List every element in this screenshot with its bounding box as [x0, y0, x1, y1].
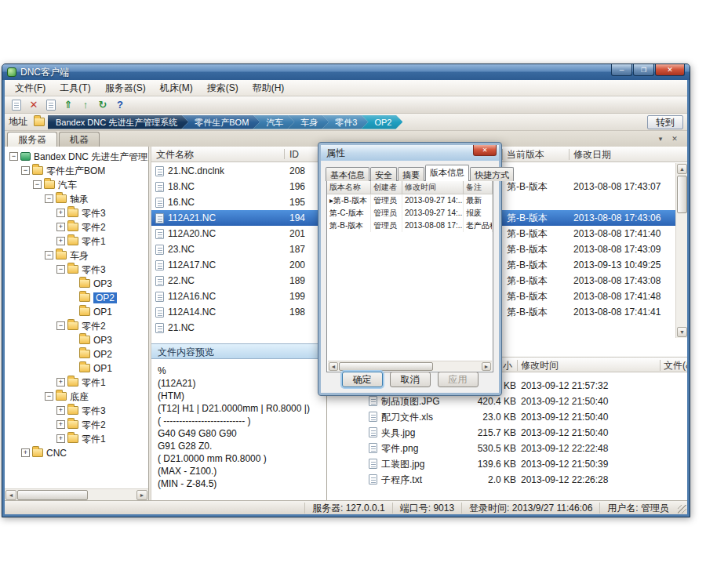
- breadcrumb-item[interactable]: 零件生产BOM: [181, 115, 260, 129]
- column-modified-date[interactable]: 修改日期: [573, 147, 611, 162]
- tree-node[interactable]: OP3: [6, 276, 148, 290]
- ok-button[interactable]: 确定: [342, 372, 383, 387]
- new-file-icon[interactable]: [9, 97, 24, 112]
- tree-node[interactable]: −零件3: [6, 262, 148, 276]
- file-row[interactable]: 23.NC187: [151, 241, 326, 257]
- tree-node[interactable]: +零件1: [6, 375, 148, 389]
- file-row[interactable]: 18.NC196: [151, 179, 326, 194]
- file-row[interactable]: 112A14.NC198: [151, 304, 326, 320]
- tree-expander-icon[interactable]: +: [56, 209, 65, 217]
- scroll-left-icon[interactable]: [329, 362, 338, 371]
- dialog-column-header[interactable]: 备注: [464, 181, 493, 194]
- tree-expander-icon[interactable]: +: [56, 223, 65, 231]
- tree-expander-icon[interactable]: +: [21, 448, 30, 457]
- tree-node[interactable]: +零件1: [6, 234, 148, 248]
- tree-expander-icon[interactable]: −: [45, 392, 53, 401]
- dialog-tab[interactable]: 版本信息: [425, 165, 469, 181]
- file-row[interactable]: 112A16.NC199: [151, 289, 326, 304]
- dialog-column-header[interactable]: 修改时间: [402, 181, 464, 194]
- menu-item[interactable]: 搜索(S): [200, 80, 246, 96]
- tree-expander-icon[interactable]: −: [21, 166, 30, 175]
- refresh-icon[interactable]: ↻: [95, 97, 111, 112]
- tree-expander-icon[interactable]: −: [9, 152, 18, 161]
- tree-node[interactable]: OP1: [6, 361, 148, 375]
- tree-node[interactable]: OP3: [6, 332, 148, 347]
- tree-expander-icon[interactable]: −: [45, 251, 53, 260]
- tree-expander-icon[interactable]: −: [33, 180, 42, 189]
- breadcrumb-item[interactable]: Bandex DNC 先进生产管理系统: [48, 115, 188, 129]
- tree-node[interactable]: −零件生产BOM: [6, 163, 148, 177]
- menu-item[interactable]: 服务器(S): [98, 80, 153, 96]
- scroll-up-icon[interactable]: [677, 164, 687, 174]
- dialog-column-header[interactable]: 版本名称: [327, 181, 371, 194]
- tree-node[interactable]: +零件3: [6, 403, 148, 417]
- upload-icon[interactable]: ↑: [78, 97, 93, 112]
- close-button[interactable]: [655, 64, 685, 76]
- column-size[interactable]: 小: [503, 358, 512, 373]
- tree-expander-icon[interactable]: −: [56, 321, 65, 330]
- scroll-right-icon[interactable]: [136, 490, 147, 500]
- maximize-button[interactable]: [633, 64, 654, 76]
- scrollbar-thumb[interactable]: [17, 490, 88, 500]
- go-button[interactable]: 转到: [647, 115, 683, 129]
- scroll-down-icon[interactable]: [677, 327, 687, 337]
- tree-node[interactable]: −轴承: [6, 191, 148, 205]
- menu-item[interactable]: 工具(T): [53, 80, 97, 96]
- tree-node[interactable]: −零件2: [6, 318, 148, 332]
- dialog-version-row[interactable]: 第-B-版本管理员2013-08-08 17:...老产品程序: [327, 220, 493, 232]
- cancel-button[interactable]: 取消: [390, 372, 431, 387]
- tab-server[interactable]: 服务器: [7, 132, 57, 147]
- tree-expander-icon[interactable]: +: [56, 237, 65, 245]
- apply-button[interactable]: 应用: [438, 372, 479, 387]
- tree-node[interactable]: OP2: [6, 347, 148, 361]
- tree-node[interactable]: +CNC: [6, 445, 148, 459]
- import-icon[interactable]: ⇑: [60, 97, 76, 112]
- tree-node[interactable]: +零件1: [6, 431, 148, 445]
- tree-node[interactable]: −汽车: [6, 177, 148, 191]
- menu-item[interactable]: 机床(M): [153, 80, 200, 96]
- tree-expander-icon[interactable]: +: [56, 420, 65, 429]
- menu-item[interactable]: 文件(F): [8, 80, 53, 96]
- document-icon[interactable]: [43, 97, 59, 112]
- dialog-close-button[interactable]: [473, 145, 497, 156]
- close-panel-icon[interactable]: [668, 133, 681, 144]
- column-current-version[interactable]: 当前版本: [507, 147, 544, 162]
- tree-expander-icon[interactable]: +: [56, 406, 65, 415]
- tree-node[interactable]: −Bandex DNC 先进生产管理系统: [6, 149, 148, 163]
- file-row[interactable]: 112A20.NC201: [151, 226, 326, 241]
- tree-expander-icon[interactable]: +: [56, 434, 65, 443]
- tree-node[interactable]: +零件3: [6, 205, 148, 220]
- attachment-row[interactable]: 制品顶图.JPG420.4 KB2013-09-12 21:50:40: [327, 394, 687, 409]
- column-file[interactable]: 文件(&: [664, 358, 687, 373]
- file-row[interactable]: 22.NC189: [151, 273, 326, 289]
- detail-vertical-scrollbar[interactable]: [675, 163, 687, 338]
- tree-node[interactable]: +零件2: [6, 220, 148, 234]
- dialog-column-header[interactable]: 创建者: [371, 181, 402, 194]
- attachment-row[interactable]: 夹具.jpg215.7 KB2013-09-12 21:50:40: [327, 425, 687, 441]
- tree-node[interactable]: OP2: [6, 290, 148, 304]
- tree-horizontal-scrollbar[interactable]: [5, 488, 148, 500]
- tree-node[interactable]: OP1: [6, 304, 148, 318]
- scroll-right-icon[interactable]: [482, 362, 491, 371]
- minimize-button[interactable]: [611, 64, 632, 76]
- tree-expander-icon[interactable]: +: [56, 378, 65, 387]
- tree-expander-icon[interactable]: −: [45, 194, 53, 203]
- dialog-version-row[interactable]: 第-C-版本管理员2013-09-27 14:...报废: [327, 207, 493, 220]
- attachment-row[interactable]: 工装图.jpg139.6 KB2013-09-12 21:50:39: [327, 456, 687, 472]
- dialog-version-row[interactable]: ▸第-B-版本管理员2013-09-27 14:...最新: [327, 194, 493, 207]
- dialog-tab[interactable]: 安全: [370, 167, 397, 181]
- column-file-name[interactable]: 文件名称: [156, 147, 194, 162]
- file-row[interactable]: 21.NC: [151, 320, 326, 336]
- dialog-tab[interactable]: 基本信息: [326, 167, 369, 181]
- menu-item[interactable]: 帮助(H): [246, 80, 292, 96]
- file-row[interactable]: 16.NC195: [151, 194, 326, 210]
- tree-expander-icon[interactable]: −: [56, 265, 65, 274]
- delete-icon[interactable]: ✕: [26, 97, 42, 112]
- titlebar[interactable]: DNC客户端: [2, 64, 690, 80]
- tree-node[interactable]: +零件2: [6, 417, 148, 431]
- tab-machine[interactable]: 机器: [59, 132, 100, 147]
- file-row[interactable]: 112A21.NC194: [151, 210, 326, 226]
- file-row[interactable]: 112A17.NC200: [151, 257, 326, 273]
- attachment-row[interactable]: 子程序.txt2.0 KB2013-09-12 22:26:28: [327, 472, 687, 488]
- scrollbar-thumb[interactable]: [339, 362, 433, 371]
